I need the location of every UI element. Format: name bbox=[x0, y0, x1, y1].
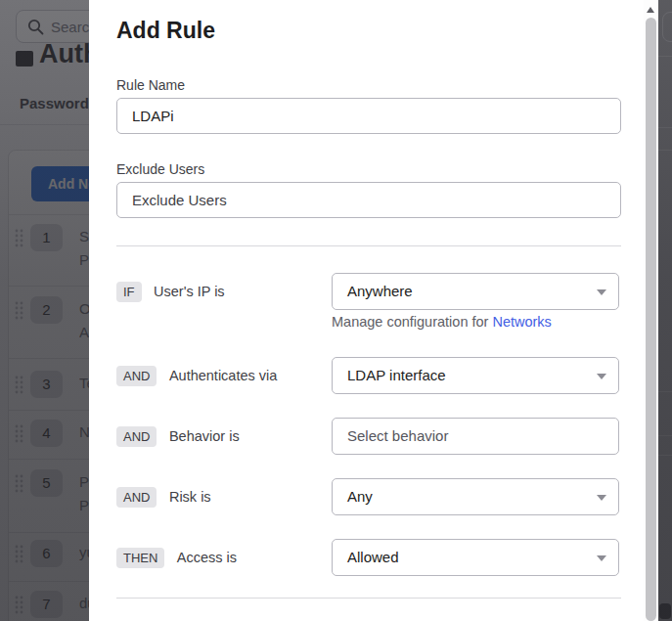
condition-badge: AND bbox=[116, 487, 157, 508]
modal-title: Add Rule bbox=[116, 18, 215, 44]
condition-row-behavior: AND Behavior is Select behavior bbox=[116, 418, 621, 455]
chevron-down-icon bbox=[597, 555, 606, 561]
risk-select-value: Any bbox=[347, 488, 373, 505]
behavior-placeholder: Select behavior bbox=[347, 427, 448, 444]
rule-name-input[interactable]: LDAPi bbox=[116, 98, 621, 134]
condition-row-auth: AND Authenticates via LDAP interface bbox=[116, 357, 621, 394]
exclude-users-label: Exclude Users bbox=[116, 161, 204, 177]
ip-select-value: Anywhere bbox=[347, 283, 413, 299]
behavior-input[interactable]: Select behavior bbox=[332, 418, 619, 455]
chevron-down-icon bbox=[597, 289, 606, 295]
access-select[interactable]: Allowed bbox=[332, 539, 619, 576]
helper-text: Manage configuration for bbox=[332, 314, 492, 330]
chevron-down-icon bbox=[597, 495, 606, 501]
networks-helper: Manage configuration for Networks bbox=[332, 314, 552, 330]
condition-badge: AND bbox=[116, 366, 157, 386]
scrollbar-thumb[interactable] bbox=[646, 18, 656, 621]
scrollbar-up-button[interactable] bbox=[644, 0, 658, 17]
condition-label: Behavior is bbox=[169, 428, 240, 444]
networks-link[interactable]: Networks bbox=[492, 314, 551, 330]
condition-badge: AND bbox=[116, 426, 157, 447]
condition-label: Access is bbox=[177, 550, 237, 565]
authenticates-via-value: LDAP interface bbox=[347, 367, 446, 383]
rule-name-label: Rule Name bbox=[116, 77, 185, 93]
condition-row-risk: AND Risk is Any bbox=[116, 478, 621, 515]
chevron-down-icon bbox=[597, 374, 606, 379]
section-divider bbox=[116, 245, 621, 246]
condition-badge: IF bbox=[116, 282, 142, 302]
add-rule-modal: Add Rule Rule Name LDAPi Exclude Users E… bbox=[89, 0, 644, 621]
ip-select[interactable]: Anywhere bbox=[332, 273, 619, 310]
authenticates-via-select[interactable]: LDAP interface bbox=[332, 357, 619, 394]
risk-select[interactable]: Any bbox=[332, 478, 619, 515]
condition-row-ip: IF User's IP is Anywhere bbox=[116, 273, 621, 310]
condition-row-access: THEN Access is Allowed bbox=[116, 539, 621, 576]
access-select-value: Allowed bbox=[347, 549, 399, 565]
condition-label: Authenticates via bbox=[169, 368, 277, 383]
arrow-up-icon bbox=[647, 7, 654, 13]
footer-divider bbox=[116, 598, 621, 599]
condition-label: Risk is bbox=[169, 489, 211, 505]
exclude-users-input[interactable]: Exclude Users bbox=[116, 182, 621, 218]
screen: Search Auth Password Add New 1 Ste Pol 2 bbox=[0, 0, 672, 621]
modal-scrollbar[interactable] bbox=[644, 0, 658, 621]
condition-label: User's IP is bbox=[154, 284, 225, 299]
condition-badge: THEN bbox=[116, 548, 164, 568]
